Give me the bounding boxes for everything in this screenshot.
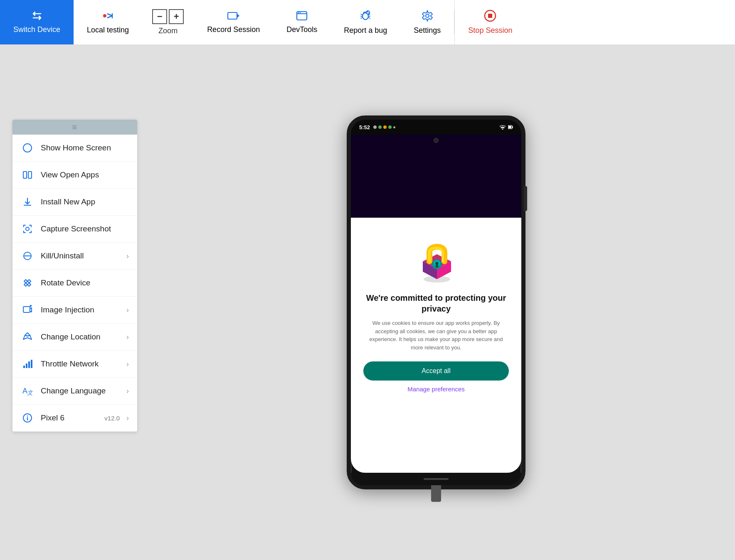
report-bug-button[interactable]: Report a bug — [331, 0, 400, 44]
sidebar-item-show-home[interactable]: Show Home Screen — [12, 135, 137, 162]
battery-icon — [508, 125, 513, 130]
device-info-arrow: › — [126, 414, 129, 422]
sidebar-item-label-change-location: Change Location — [41, 332, 120, 341]
toolbar: Switch Device Local testing − + Zoom Rec… — [0, 0, 735, 45]
settings-button[interactable]: Settings — [400, 0, 454, 44]
svg-rect-20 — [23, 366, 25, 368]
change-location-arrow: › — [126, 333, 129, 341]
sidebar-item-kill-uninstall[interactable]: Kill/Uninstall › — [12, 243, 137, 270]
report-bug-label: Report a bug — [344, 26, 387, 35]
sidebar-item-capture-screenshot[interactable]: Capture Screenshot — [12, 216, 137, 243]
sidebar-item-label-throttle-network: Throttle Network — [41, 359, 120, 368]
sidebar: ≡ Show Home Screen View Open Apps — [12, 120, 137, 432]
device-version: v12.0 — [104, 415, 120, 422]
device-bottom-bar — [351, 473, 521, 485]
settings-icon — [421, 10, 434, 24]
home-indicator — [424, 478, 449, 480]
devtools-icon — [296, 10, 308, 23]
privacy-illustration — [411, 230, 461, 284]
wifi-icon — [499, 125, 506, 130]
zoom-group: − + Zoom — [142, 9, 194, 35]
svg-point-11 — [23, 144, 32, 152]
settings-label: Settings — [414, 26, 441, 35]
device-power-button — [524, 186, 527, 211]
svg-marker-2 — [237, 14, 239, 18]
status-right-icons — [499, 125, 513, 130]
sidebar-item-device-info[interactable]: Pixel 6 v12.0 › — [12, 405, 137, 432]
throttle-network-arrow: › — [126, 360, 129, 368]
device-frame: 5:52 — [347, 115, 525, 489]
sidebar-item-install-new-app[interactable]: Install New App — [12, 189, 137, 216]
install-new-app-icon — [21, 195, 34, 209]
zoom-in-button[interactable]: + — [169, 9, 184, 24]
status-dot-1 — [373, 125, 377, 129]
change-language-arrow: › — [126, 387, 129, 395]
svg-rect-13 — [28, 172, 32, 178]
svg-rect-17 — [23, 307, 30, 312]
status-dot-5 — [393, 126, 395, 128]
status-icons — [373, 125, 395, 129]
svg-rect-10 — [488, 14, 492, 18]
accept-all-button[interactable]: Accept all — [363, 361, 509, 381]
svg-text:文: 文 — [27, 389, 33, 396]
sidebar-item-label-device-info: Pixel 6 — [41, 413, 98, 422]
image-injection-icon — [21, 303, 34, 317]
devtools-label: DevTools — [286, 25, 317, 34]
main-content: ≡ Show Home Screen View Open Apps — [0, 45, 735, 560]
sidebar-item-label-kill-uninstall: Kill/Uninstall — [41, 251, 120, 260]
svg-rect-40 — [436, 264, 438, 268]
svg-rect-12 — [23, 172, 27, 178]
local-testing-button[interactable]: Local testing — [74, 0, 142, 44]
svg-point-8 — [426, 14, 429, 17]
sidebar-item-label-capture-screenshot: Capture Screenshot — [41, 224, 129, 233]
manage-preferences-button[interactable]: Manage preferences — [407, 386, 465, 393]
kill-uninstall-icon — [21, 249, 34, 263]
device-screen-content: We're committed to protecting your priva… — [351, 218, 521, 473]
sidebar-item-rotate-device[interactable]: Rotate Device — [12, 270, 137, 297]
svg-rect-1 — [228, 12, 237, 19]
kill-uninstall-arrow: › — [126, 252, 129, 260]
svg-point-5 — [300, 12, 301, 13]
zoom-out-button[interactable]: − — [152, 9, 167, 24]
sidebar-handle[interactable]: ≡ — [12, 120, 137, 135]
status-dot-3 — [383, 125, 387, 129]
svg-point-14 — [26, 227, 29, 231]
svg-rect-22 — [28, 361, 30, 368]
sidebar-item-label-change-language: Change Language — [41, 386, 120, 395]
device-info-icon — [21, 411, 34, 425]
svg-point-29 — [502, 129, 503, 130]
sidebar-item-label-show-home: Show Home Screen — [41, 143, 129, 152]
local-testing-label: Local testing — [87, 26, 129, 34]
record-session-icon — [227, 10, 240, 23]
record-session-button[interactable]: Record Session — [194, 0, 273, 44]
rotate-device-icon — [21, 276, 34, 290]
stop-session-icon — [484, 10, 496, 24]
status-time: 5:52 — [359, 124, 370, 130]
svg-rect-32 — [512, 126, 513, 128]
sidebar-item-throttle-network[interactable]: Throttle Network › — [12, 351, 137, 378]
device-screen-dark — [351, 135, 521, 218]
sidebar-item-change-location[interactable]: Change Location › — [12, 324, 137, 351]
devtools-button[interactable]: DevTools — [273, 0, 331, 44]
privacy-title: We're committed to protecting your priva… — [363, 292, 509, 314]
device-usb-cable — [431, 485, 441, 502]
throttle-network-icon — [21, 357, 34, 371]
stop-session-button[interactable]: Stop Session — [454, 0, 525, 44]
sidebar-item-change-language[interactable]: A 文 Change Language › — [12, 378, 137, 405]
drag-handle-icon: ≡ — [72, 123, 78, 132]
zoom-label: Zoom — [158, 27, 178, 35]
sidebar-item-view-open-apps[interactable]: View Open Apps — [12, 162, 137, 189]
lock-illustration — [411, 230, 461, 284]
sidebar-item-label-rotate-device: Rotate Device — [41, 278, 129, 287]
sidebar-item-label-install-new-app: Install New App — [41, 197, 129, 206]
sidebar-item-label-image-injection: Image Injection — [41, 305, 120, 314]
capture-screenshot-icon — [21, 222, 34, 236]
privacy-text: We use cookies to ensure our app works p… — [363, 319, 509, 351]
view-open-apps-icon — [21, 168, 34, 182]
svg-point-4 — [298, 12, 299, 13]
status-dot-2 — [378, 125, 382, 129]
switch-device-button[interactable]: Switch Device — [0, 0, 74, 44]
svg-rect-21 — [26, 364, 27, 368]
local-testing-icon — [101, 10, 115, 23]
sidebar-item-image-injection[interactable]: Image Injection › — [12, 297, 137, 324]
